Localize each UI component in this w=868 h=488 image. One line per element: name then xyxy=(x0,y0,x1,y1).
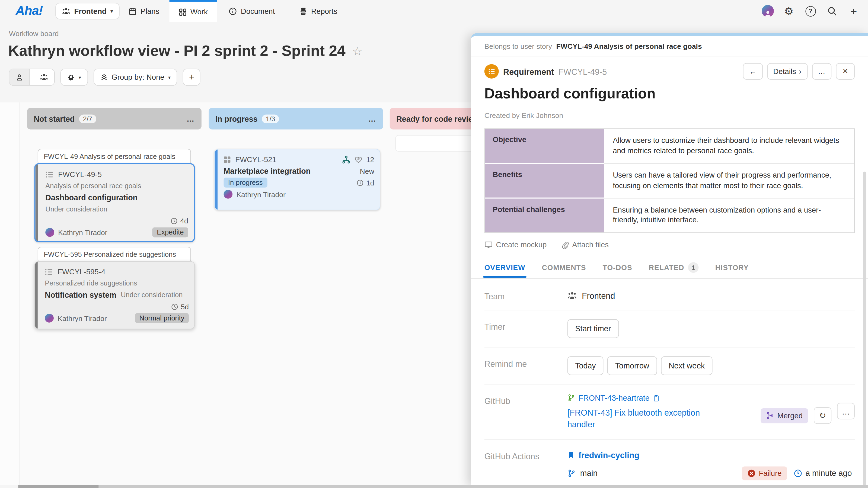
description-table[interactable]: Objective Allow users to customize their… xyxy=(485,128,855,233)
remind-next-week-button[interactable]: Next week xyxy=(661,357,713,375)
overview-fields: Team Frontend Timer Start timer Remind m… xyxy=(471,279,868,485)
create-mockup-link[interactable]: Create mockup xyxy=(485,241,547,249)
table-label-challenges: Potential challenges xyxy=(485,198,604,233)
team-label: Team xyxy=(485,289,567,301)
repo-link[interactable]: fredwin-cycling xyxy=(579,450,640,460)
card-fwcyl-595-4[interactable]: FWCYL-595-4 Personalized ride suggestion… xyxy=(34,261,195,329)
table-label-objective: Objective xyxy=(485,129,604,164)
team-value[interactable]: Frontend xyxy=(567,289,855,301)
backlog-rail[interactable] xyxy=(0,102,19,485)
nav-work[interactable]: Work xyxy=(169,0,217,22)
tab-related-label: RELATED xyxy=(649,263,684,272)
user-avatar[interactable] xyxy=(762,5,774,17)
chevron-right-icon: › xyxy=(799,67,801,76)
clock-icon xyxy=(356,179,364,186)
belongs-story-link[interactable]: FWCYL-49 Analysis of personal race goals xyxy=(556,42,702,51)
card-status-pill: In progress xyxy=(223,177,267,188)
column-header-not-started[interactable]: Not started 2/7 … xyxy=(27,108,202,130)
nav-plans[interactable]: Plans xyxy=(128,0,159,22)
belongs-label: Belongs to user story xyxy=(485,42,552,51)
priority-badge: Normal priority xyxy=(135,313,189,323)
nav-document[interactable]: Document xyxy=(229,0,275,22)
card-status: Under consideration xyxy=(121,291,183,299)
calendar-icon xyxy=(128,7,137,15)
remind-tomorrow-button[interactable]: Tomorrow xyxy=(608,357,657,375)
github-branch-link[interactable]: FRONT-43-heartrate xyxy=(579,394,650,402)
pr-merged-badge: Merged xyxy=(761,408,808,423)
card-age-value: 1d xyxy=(366,178,374,187)
help-icon[interactable]: ? xyxy=(804,4,817,18)
panel-tabs-bar: OVERVIEW COMMENTS TO-DOS RELATED 1 HISTO… xyxy=(471,262,868,279)
clock-icon xyxy=(171,303,178,310)
column-menu-icon[interactable]: … xyxy=(187,114,195,123)
close-panel-button[interactable]: × xyxy=(836,63,855,80)
team-view-icon[interactable] xyxy=(34,69,54,85)
settings-gear-icon[interactable]: ⚙ xyxy=(782,4,796,18)
github-pr-link[interactable]: [FRONT-43] Fix bluetooth exception handl… xyxy=(567,408,718,430)
add-column-button[interactable]: + xyxy=(183,69,200,86)
nav-work-label: Work xyxy=(190,8,208,16)
run-time: a minute ago xyxy=(794,469,855,478)
page-title: Kathryn workflow view - PI 2 sprint 2 - … xyxy=(8,42,363,60)
story-group-header[interactable]: FWCYL-49 Analysis of personal race goals xyxy=(38,149,191,165)
record-title[interactable]: Dashboard configuration xyxy=(485,85,855,102)
board-horizontal-scrollbar[interactable] xyxy=(18,485,868,488)
assignee-avatar xyxy=(45,228,54,237)
search-icon[interactable] xyxy=(826,4,839,18)
clock-icon xyxy=(794,469,802,478)
card-fwcyl-49-5[interactable]: FWCYL-49-5 Analysis of personal race goa… xyxy=(34,163,195,242)
card-title: Marketplace integration xyxy=(223,166,311,175)
github-more-button[interactable]: … xyxy=(837,403,855,419)
scrollbar-thumb[interactable] xyxy=(18,485,98,488)
column-menu-icon[interactable]: … xyxy=(368,114,376,123)
table-value-objective: Allow users to customize their dashboard… xyxy=(604,129,854,164)
tab-overview[interactable]: OVERVIEW xyxy=(485,263,525,272)
nav-reports[interactable]: Reports xyxy=(299,0,337,22)
single-user-view-icon[interactable] xyxy=(9,69,30,85)
assignee-avatar xyxy=(45,314,54,323)
start-timer-button[interactable]: Start timer xyxy=(567,319,619,338)
chevron-down-icon: ▾ xyxy=(79,74,81,80)
create-plus-icon[interactable]: + xyxy=(847,4,860,18)
field-github: GitHub FRONT-43-heartrate [FRONT-43] Fix… xyxy=(485,384,855,439)
plus-glyph: + xyxy=(189,72,194,83)
priority-badge: Expedite xyxy=(152,227,188,237)
card-id: FWCYL-49-5 xyxy=(58,170,102,178)
details-button[interactable]: Details › xyxy=(767,63,807,80)
nav-reports-label: Reports xyxy=(311,7,337,15)
assignee-view-toggle[interactable] xyxy=(9,69,55,86)
card-meta-icons: 12 xyxy=(342,155,374,163)
group-by-dropdown[interactable]: Group by: None ▾ xyxy=(93,69,177,86)
help-question-glyph: ? xyxy=(808,7,812,15)
tab-history[interactable]: HISTORY xyxy=(715,263,749,272)
record-type-label: Requirement xyxy=(503,67,554,76)
copy-clipboard-icon[interactable] xyxy=(653,394,660,402)
refresh-button[interactable]: ↻ xyxy=(814,408,831,424)
card-fwcyl-521[interactable]: FWCYL-521 12 Marketplace integration New xyxy=(214,149,380,210)
aha-logo[interactable]: Aha! xyxy=(16,3,42,18)
column-header-in-progress[interactable]: In progress 1/3 … xyxy=(209,108,383,130)
field-timer: Timer Start timer xyxy=(485,310,855,347)
remind-today-button[interactable]: Today xyxy=(567,357,603,375)
create-mockup-label: Create mockup xyxy=(496,241,547,249)
table-row: Benefits Users can have a tailored view … xyxy=(485,164,854,198)
close-icon: × xyxy=(843,66,848,76)
attach-files-link[interactable]: Attach files xyxy=(561,241,609,249)
panel-scrollbar[interactable] xyxy=(863,172,866,485)
story-group-header[interactable]: FWCYL-595 Personalized ride suggestions xyxy=(38,247,191,263)
back-button[interactable]: ← xyxy=(743,63,763,80)
card-feature: Personalized ride suggestions xyxy=(45,279,189,289)
feature-grid-icon xyxy=(223,156,231,163)
board-settings-button[interactable]: ▾ xyxy=(60,69,88,86)
workspace-selector[interactable]: Frontend ▾ xyxy=(55,3,120,19)
panel-buttons: ← Details › … × xyxy=(743,63,855,80)
card-age: 4d xyxy=(170,217,188,225)
team-name: Frontend xyxy=(582,291,615,301)
more-options-button[interactable]: … xyxy=(812,63,831,80)
favorite-star-icon[interactable]: ☆ xyxy=(352,44,362,58)
tab-comments[interactable]: COMMENTS xyxy=(542,263,586,272)
group-by-label: Group by: None xyxy=(112,73,164,82)
column-name: Not started xyxy=(34,114,74,123)
tab-related[interactable]: RELATED 1 xyxy=(649,262,699,273)
tab-todos[interactable]: TO-DOS xyxy=(603,263,632,272)
